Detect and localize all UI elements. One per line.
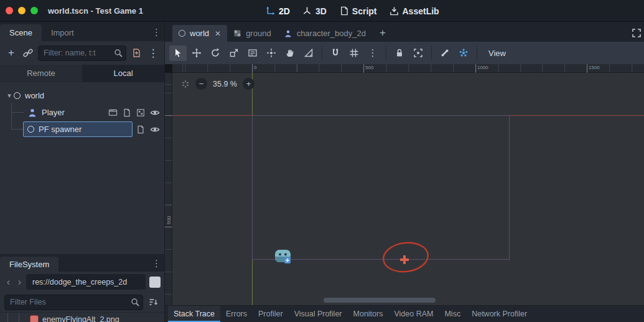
- scene-tab-character-body-2d[interactable]: character_body_2d: [278, 25, 372, 42]
- ruler-tick: [587, 64, 587, 73]
- remote-local-toggle: Remote Local: [0, 65, 164, 82]
- image-file-icon: [30, 315, 39, 322]
- list-select-button[interactable]: [244, 45, 261, 61]
- ruler-label: 500: [365, 65, 373, 70]
- workspace-2d-button[interactable]: 2D: [261, 3, 294, 19]
- skeleton-bone-icon[interactable]: [436, 45, 454, 61]
- rotate-mode-button[interactable]: [207, 45, 224, 61]
- scene-tabbar: world ✕ ground character_body_2d +: [165, 22, 644, 42]
- view-menu-button[interactable]: View: [482, 45, 513, 61]
- toolbar-divider: [322, 46, 322, 60]
- zoom-controls: − 35.9 % +: [181, 78, 254, 90]
- tab-errors[interactable]: Errors: [220, 306, 253, 322]
- tab-profiler[interactable]: Profiler: [253, 306, 289, 322]
- workspace-3d-button[interactable]: 3D: [298, 3, 331, 19]
- tileset-icon: [233, 29, 241, 37]
- workspace-assetlib-button[interactable]: AssetLib: [385, 3, 444, 19]
- select-mode-button[interactable]: [169, 45, 187, 61]
- filesystem-menu-icon[interactable]: ⋮: [152, 258, 161, 269]
- scene-dock-menu-icon[interactable]: ⋮: [152, 27, 161, 38]
- skeleton-options-icon[interactable]: [455, 45, 472, 61]
- character-body-2d-icon: [284, 29, 292, 38]
- viewport-canvas[interactable]: − 35.9 % +: [172, 73, 644, 305]
- tab-monitors[interactable]: Monitors: [348, 306, 389, 322]
- tab-network-profiler[interactable]: Network Profiler: [466, 306, 533, 322]
- instance-scene-button[interactable]: [21, 46, 35, 60]
- scene-instance-icon[interactable]: [108, 108, 118, 117]
- script-icon[interactable]: [136, 125, 145, 134]
- horizontal-scrollbar[interactable]: [324, 298, 436, 303]
- nav-back-icon[interactable]: ‹: [4, 277, 13, 287]
- close-icon[interactable]: ✕: [215, 29, 221, 38]
- main-workspace: world ✕ ground character_body_2d +: [165, 22, 644, 322]
- add-node-button[interactable]: +: [4, 46, 18, 60]
- snapping-options-icon[interactable]: ⋮: [364, 45, 381, 61]
- scene-tab-ground[interactable]: ground: [227, 25, 277, 42]
- tab-scene[interactable]: Scene: [0, 24, 42, 41]
- zoom-percentage[interactable]: 35.9 %: [213, 80, 237, 88]
- smart-snap-button[interactable]: [327, 45, 344, 61]
- tab-misc[interactable]: Misc: [439, 306, 466, 322]
- toolbar-divider: [386, 46, 386, 60]
- breadcrumb[interactable]: res://dodge_the_creeps_2d: [26, 274, 146, 290]
- workspace-script-button[interactable]: Script: [335, 3, 381, 19]
- ruler-mode-button[interactable]: [300, 45, 317, 61]
- search-icon: [130, 297, 140, 307]
- ruler-tick: [165, 227, 172, 227]
- nav-forward-icon[interactable]: ›: [15, 277, 24, 287]
- scene-dock-tabbar: Scene Import ⋮: [0, 22, 164, 41]
- tab-import[interactable]: Import: [42, 24, 83, 41]
- file-filter-input[interactable]: [4, 295, 143, 310]
- toggle-split-mode-button[interactable]: [149, 277, 161, 288]
- node-icon: [14, 92, 21, 99]
- scene-tab-world[interactable]: world ✕: [172, 25, 227, 42]
- tab-visual-profiler[interactable]: Visual Profiler: [289, 306, 348, 322]
- enemy-sprite[interactable]: [274, 247, 291, 264]
- workspace-label: 3D: [315, 6, 327, 16]
- attach-script-button[interactable]: [129, 46, 143, 60]
- zoom-out-button[interactable]: −: [195, 78, 207, 90]
- zoom-button[interactable]: [30, 7, 38, 14]
- visibility-eye-icon[interactable]: [150, 108, 160, 118]
- grid-snap-button[interactable]: [345, 45, 363, 61]
- minimize-button[interactable]: [18, 7, 26, 14]
- visibility-eye-icon[interactable]: [150, 125, 160, 135]
- ruler-label: 1500: [589, 65, 600, 70]
- add-scene-tab-button[interactable]: +: [380, 27, 386, 39]
- remote-button[interactable]: Remote: [0, 65, 82, 82]
- tree-row-world[interactable]: ▾ world: [0, 87, 164, 104]
- pan-mode-button[interactable]: [281, 45, 299, 61]
- file-list: enemyFlyingAlt_2.png: [0, 312, 164, 322]
- tree-row-player[interactable]: Player: [0, 104, 164, 121]
- scale-mode-button[interactable]: [225, 45, 243, 61]
- close-button[interactable]: [6, 7, 13, 14]
- list-item-file[interactable]: enemyFlyingAlt_2.png: [0, 313, 164, 322]
- sort-files-button[interactable]: [146, 295, 160, 309]
- zoom-in-button[interactable]: +: [243, 78, 254, 90]
- update-spinner-icon: [181, 80, 190, 88]
- ruler-left: 500: [165, 73, 172, 305]
- tab-video-ram[interactable]: Video RAM: [388, 306, 439, 322]
- collapse-caret-icon[interactable]: ▾: [5, 92, 14, 100]
- ruler-top: 0 500 1000 1500: [172, 64, 644, 73]
- tree-row-pf-spawner[interactable]: PF spawner: [0, 121, 164, 138]
- local-button[interactable]: Local: [82, 65, 164, 82]
- workspace-switcher: 2D 3D Script AssetLib: [261, 0, 444, 22]
- tab-filesystem[interactable]: FileSystem: [0, 257, 58, 272]
- move-mode-button[interactable]: [188, 45, 205, 61]
- group-children-icon[interactable]: [136, 108, 145, 117]
- distraction-free-icon[interactable]: [632, 28, 642, 38]
- workspace-label: Script: [352, 6, 377, 16]
- window-controls: [0, 7, 44, 14]
- 2d-icon: [266, 6, 275, 16]
- tab-stack-trace[interactable]: Stack Trace: [168, 306, 220, 322]
- scene-tree-menu-icon[interactable]: ⋮: [146, 46, 160, 60]
- toolbar-divider: [431, 46, 432, 60]
- group-object-button[interactable]: [409, 45, 427, 61]
- script-icon[interactable]: [123, 108, 131, 117]
- lock-object-button[interactable]: [391, 45, 408, 61]
- ruler-label: 1000: [477, 65, 488, 70]
- pivot-mode-button[interactable]: [263, 45, 280, 61]
- titlebar: world.tscn - Test Game 1 2D 3D Script: [0, 0, 644, 22]
- left-dock: Scene Import ⋮ + ⋮: [0, 22, 165, 322]
